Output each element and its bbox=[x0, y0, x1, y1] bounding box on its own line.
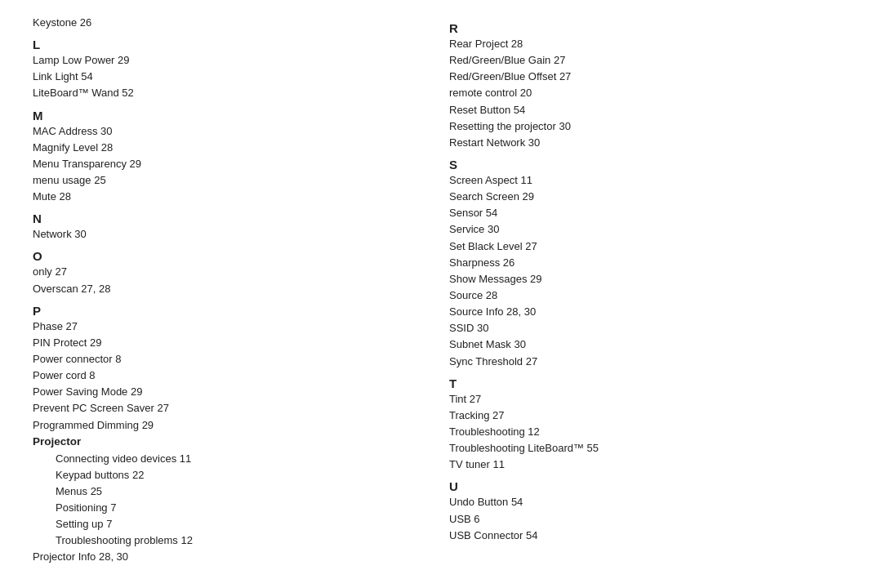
section-letter: O bbox=[33, 249, 433, 263]
section-letter: L bbox=[33, 38, 433, 51]
index-entry: Magnify Level 28 bbox=[33, 140, 433, 156]
index-entry: PIN Protect 29 bbox=[33, 335, 433, 351]
right-column: RRear Project 28Red/Green/Blue Gain 27Re… bbox=[449, 15, 849, 566]
index-sub-entry: Keypad buttons 22 bbox=[33, 467, 433, 483]
index-entry: Power cord 8 bbox=[33, 368, 433, 384]
index-entry: Red/Green/Blue Offset 27 bbox=[449, 69, 849, 85]
index-entry: Screen Aspect 11 bbox=[449, 172, 849, 189]
index-entry: Subnet Mask 30 bbox=[449, 336, 849, 353]
index-entry: Search Screen 29 bbox=[449, 189, 849, 205]
section-letter: N bbox=[33, 212, 433, 225]
index-entry: Undo Button 54 bbox=[449, 494, 849, 510]
index-sub-entry: Connecting video devices 11 bbox=[33, 451, 433, 467]
index-entry: Set Black Level 27 bbox=[449, 238, 849, 255]
index-entry: Troubleshooting 12 bbox=[449, 424, 849, 440]
index-entry: USB 6 bbox=[449, 511, 849, 528]
index-entry: Restart Network 30 bbox=[449, 135, 849, 151]
index-entry: Projector Info 28, 30 bbox=[33, 549, 433, 565]
index-entry: Red/Green/Blue Gain 27 bbox=[449, 52, 849, 69]
index-entry: Service 30 bbox=[449, 221, 849, 238]
section-letter: M bbox=[33, 109, 433, 122]
index-entry: Network 30 bbox=[33, 226, 433, 243]
index-entry: LiteBoard™ Wand 52 bbox=[33, 85, 433, 101]
index-entry: Reset Button 54 bbox=[449, 102, 849, 118]
index-entry: Troubleshooting LiteBoard™ 55 bbox=[449, 440, 849, 457]
index-sub-entry: Positioning 7 bbox=[33, 500, 433, 516]
index-entry: Show Messages 29 bbox=[449, 271, 849, 287]
section-letter: T bbox=[449, 376, 849, 390]
index-entry: remote control 20 bbox=[449, 85, 849, 101]
index-entry: Source Info 28, 30 bbox=[449, 304, 849, 320]
index-sub-entry: Setting up 7 bbox=[33, 516, 433, 532]
index-entry: Source 28 bbox=[449, 287, 849, 304]
index-entry: menu usage 25 bbox=[33, 172, 433, 189]
index-entry: TV tuner 11 bbox=[449, 457, 849, 473]
index-sub-entry: Troubleshooting problems 12 bbox=[33, 532, 433, 549]
section-letter: S bbox=[449, 158, 849, 172]
index-sub-entry: Menus 25 bbox=[33, 483, 433, 500]
left-column: Keystone 26LLamp Low Power 29Link Light … bbox=[33, 15, 449, 566]
index-entry: Resetting the projector 30 bbox=[449, 118, 849, 135]
section-letter: R bbox=[449, 21, 849, 35]
index-entry: Menu Transparency 29 bbox=[33, 156, 433, 172]
index-entry: only 27 bbox=[33, 264, 433, 280]
index-entry: Phase 27 bbox=[33, 318, 433, 335]
index-entry: Power connector 8 bbox=[33, 351, 433, 368]
section-letter: P bbox=[33, 304, 433, 318]
index-entry: Power Saving Mode 29 bbox=[33, 384, 433, 400]
index-entry: Sync Threshold 27 bbox=[449, 354, 849, 370]
index-entry: Link Light 54 bbox=[33, 69, 433, 85]
index-entry: Sharpness 26 bbox=[449, 255, 849, 271]
index-entry-bold: Projector bbox=[33, 434, 433, 451]
index-entry: Sensor 54 bbox=[449, 205, 849, 221]
index-entry: Rear Project 28 bbox=[449, 36, 849, 52]
index-entry: Mute 28 bbox=[33, 189, 433, 205]
index-entry: MAC Address 30 bbox=[33, 123, 433, 140]
index-entry: Lamp Low Power 29 bbox=[33, 52, 433, 69]
index-entry: USB Connector 54 bbox=[449, 528, 849, 544]
index-entry: Prevent PC Screen Saver 27 bbox=[33, 400, 433, 416]
index-entry: Overscan 27, 28 bbox=[33, 281, 433, 297]
index-entry: Tint 27 bbox=[449, 391, 849, 408]
index-entry: Programmed Dimming 29 bbox=[33, 417, 433, 434]
index-entry: Keystone 26 bbox=[33, 15, 433, 31]
index-entry: Tracking 27 bbox=[449, 408, 849, 424]
section-letter: U bbox=[449, 479, 849, 493]
index-entry: SSID 30 bbox=[449, 320, 849, 336]
